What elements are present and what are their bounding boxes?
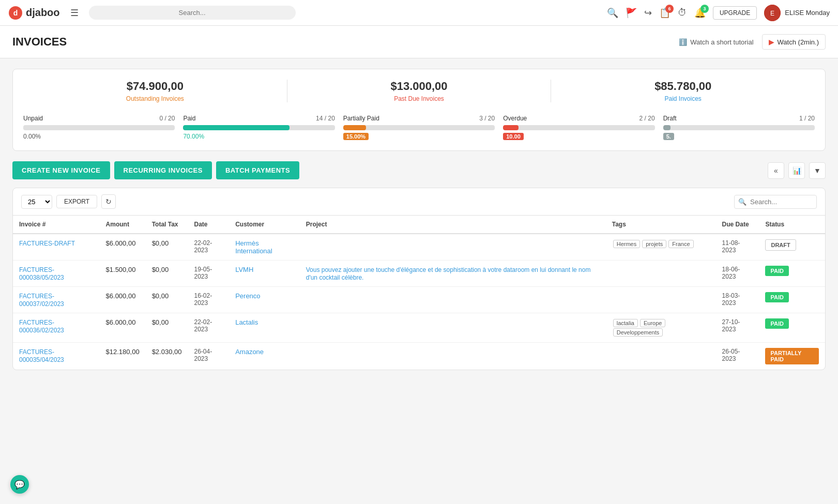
- action-bar-right: « 📊 ▼: [768, 162, 826, 179]
- invoice-link[interactable]: FACTURES-000038/05/2023: [19, 266, 64, 281]
- avatar: E: [764, 5, 781, 21]
- status-badge: PAID: [765, 266, 788, 276]
- progress-item-paid: Paid 14 / 20 70.00%: [183, 115, 334, 140]
- progress-header: Unpaid 0 / 20: [23, 115, 175, 122]
- date-cell: 16-02-2023: [188, 287, 229, 313]
- table-row: FACTURES-000036/02/2023 $6.000,00 $0,00 …: [13, 313, 825, 343]
- status-cell: PAID: [759, 313, 825, 343]
- customer-link[interactable]: Hermès International: [235, 239, 272, 255]
- col-customer: Customer: [229, 216, 300, 234]
- invoice-link[interactable]: FACTURES-DRAFT: [19, 240, 75, 247]
- header-actions: 🔍 🚩 ↪ 📋 6 ⏱ 🔔 3 UPGRADE E ELISE Monday: [607, 5, 830, 21]
- customer-cell: Lactalis: [229, 313, 300, 343]
- filter-icon[interactable]: ▼: [809, 162, 826, 179]
- stat-pastdue: $13.000,00 Past Due Invoices: [287, 80, 552, 102]
- header: d djaboo ☰ 🔍 🚩 ↪ 📋 6 ⏱ 🔔 3 UPGRADE E ELI…: [0, 0, 838, 26]
- progress-label: Paid: [183, 115, 195, 122]
- status-cell: PAID: [759, 287, 825, 313]
- action-bar: CREATE NEW INVOICE RECURRING INVOICES BA…: [12, 161, 826, 179]
- progress-bar-bg: [183, 125, 334, 130]
- progress-bar-fill: [183, 125, 289, 130]
- rows-per-page-select[interactable]: 25 50 100: [21, 195, 52, 209]
- pct-value: 70.00%: [183, 133, 204, 140]
- tax-cell: $0,00: [146, 287, 188, 313]
- invoice-link[interactable]: FACTURES-000035/04/2023: [19, 348, 64, 363]
- status-badge: PARTIALLY PAID: [765, 348, 819, 364]
- chart-icon[interactable]: 📊: [788, 162, 805, 179]
- clock-icon[interactable]: ⏱: [678, 7, 687, 18]
- col-project: Project: [300, 216, 606, 234]
- progress-item-unpaid: Unpaid 0 / 20 0.00%: [23, 115, 175, 140]
- invoice-link[interactable]: FACTURES-000037/02/2023: [19, 293, 64, 308]
- tag: Europe: [640, 319, 665, 327]
- watch-button[interactable]: ▶ Watch (2min.): [762, 34, 826, 50]
- amount-cell: $6.000,00: [100, 287, 146, 313]
- export-button[interactable]: EXPORT: [56, 195, 97, 208]
- share-icon[interactable]: ↪: [644, 7, 652, 19]
- logo-text: djaboo: [26, 7, 60, 19]
- progress-count: 0 / 20: [159, 115, 175, 122]
- tutorial-area: ℹ️ Watch a short tutorial ▶ Watch (2min.…: [679, 34, 826, 50]
- global-search-input[interactable]: [89, 6, 296, 20]
- progress-pct: 5.: [663, 132, 815, 140]
- progress-bar-fill: [663, 125, 671, 130]
- table-header-row: Invoice # Amount Total Tax Date Customer…: [13, 216, 825, 234]
- progress-pct: 0.00%: [23, 132, 175, 140]
- tags-cell: [606, 343, 716, 370]
- user-name: ELISE Monday: [785, 9, 830, 17]
- outstanding-label: Outstanding Invoices: [34, 95, 277, 102]
- customer-link[interactable]: Perenco: [235, 292, 260, 300]
- invoice-tbody: FACTURES-DRAFT $6.000,00 $0,00 22-02-202…: [13, 234, 825, 370]
- progress-header: Partially Paid 3 / 20: [343, 115, 495, 122]
- tags-cell: HermesprojetsFrance: [606, 234, 716, 261]
- alerts-icon[interactable]: 🔔 3: [694, 7, 706, 19]
- amount-cell: $6.000,00: [100, 313, 146, 343]
- invoice-number-cell: FACTURES-000035/04/2023: [13, 343, 100, 370]
- table-search-wrap: 🔍: [734, 195, 817, 209]
- pastdue-label: Past Due Invoices: [298, 95, 541, 102]
- table-search-input[interactable]: [734, 195, 817, 209]
- table-search-icon: 🔍: [738, 198, 746, 206]
- col-status: Status: [759, 216, 825, 234]
- customer-link[interactable]: Amazone: [235, 348, 264, 356]
- flag-icon[interactable]: 🚩: [626, 7, 637, 19]
- refresh-button[interactable]: ↻: [101, 194, 116, 209]
- svg-text:E: E: [770, 10, 774, 17]
- due-date-cell: 18-06-2023: [716, 261, 759, 287]
- customer-link[interactable]: Lactalis: [235, 318, 258, 326]
- status-cell: DRAFT: [759, 234, 825, 261]
- stat-paid: $85.780,00 Paid Invoices: [551, 80, 815, 102]
- progress-header: Overdue 2 / 20: [503, 115, 654, 122]
- tutorial-link-text: Watch a short tutorial: [690, 38, 753, 46]
- col-tags: Tags: [606, 216, 716, 234]
- customer-cell: Hermès International: [229, 234, 300, 261]
- search-icon[interactable]: 🔍: [607, 7, 618, 19]
- progress-bar-bg: [23, 125, 175, 130]
- date-cell: 19-05-2023: [188, 261, 229, 287]
- menu-icon[interactable]: ☰: [70, 7, 79, 19]
- progress-pct: 15.00%: [343, 132, 495, 140]
- invoice-number-cell: FACTURES-000036/02/2023: [13, 313, 100, 343]
- logo[interactable]: d djaboo: [8, 6, 60, 20]
- tag: projets: [642, 240, 666, 248]
- logo-icon: d: [8, 6, 23, 20]
- progress-label: Partially Paid: [343, 115, 379, 122]
- pct-badge: 10.00: [503, 133, 524, 140]
- create-invoice-button[interactable]: CREATE NEW INVOICE: [12, 161, 110, 179]
- notifications-icon[interactable]: 📋 6: [659, 7, 671, 19]
- customer-link[interactable]: LVMH: [235, 266, 253, 273]
- tutorial-link[interactable]: ℹ️ Watch a short tutorial: [679, 38, 753, 46]
- batch-payments-button[interactable]: BATCH PAYMENTS: [216, 161, 299, 179]
- table-row: FACTURES-000038/05/2023 $1.500,00 $0,00 …: [13, 261, 825, 287]
- prev-icon[interactable]: «: [768, 162, 784, 179]
- recurring-invoices-button[interactable]: RECURRING INVOICES: [114, 161, 212, 179]
- tax-cell: $0,00: [146, 234, 188, 261]
- upgrade-button[interactable]: UPGRADE: [713, 6, 757, 20]
- user-area[interactable]: E ELISE Monday: [764, 5, 830, 21]
- tax-cell: $0,00: [146, 261, 188, 287]
- invoice-link[interactable]: FACTURES-000036/02/2023: [19, 319, 64, 334]
- tax-cell: $2.030,00: [146, 343, 188, 370]
- pct-value: 0.00%: [23, 133, 41, 140]
- progress-bar-bg: [663, 125, 815, 130]
- status-badge: PAID: [765, 292, 788, 302]
